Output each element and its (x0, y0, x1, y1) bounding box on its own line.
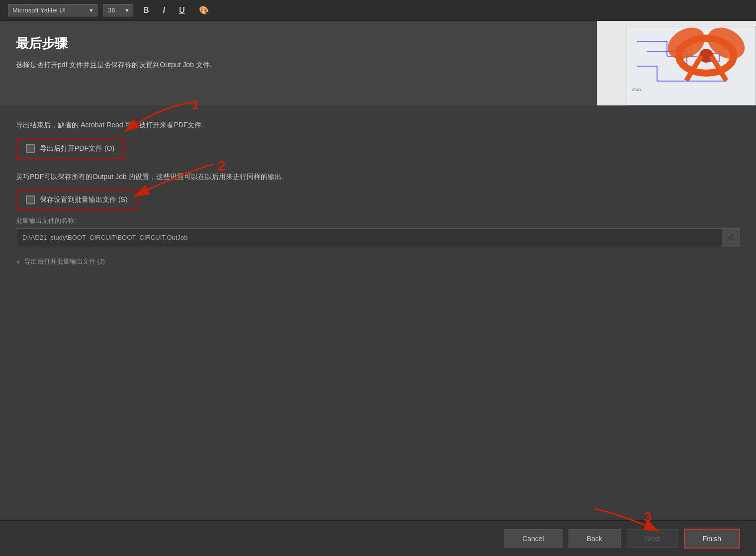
file-browse-button[interactable]: ⬛ (722, 229, 740, 247)
file-path-text: D:\AD21_study\BOOT_CIRCUIT\BOOT_CIRCUIT.… (16, 230, 722, 245)
browse-icon: ⬛ (727, 234, 735, 242)
ribbon-svg (657, 21, 756, 105)
open-pdf-label: 导出后打开PDF文件 (O) (40, 144, 114, 153)
section2-description: 灵巧PDF可以保存所有的Output Job 的设置，这些设置可以在以后用来进行… (16, 171, 740, 182)
underline-button[interactable]: U (175, 4, 189, 17)
save-settings-checkbox-group: 保存设置到批量输出文件 (S) (16, 189, 138, 210)
font-dropdown-icon: ▾ (90, 6, 93, 14)
open-outjob-label: 导出后打开批量输出文件 (J) (24, 257, 105, 266)
back-button[interactable]: Back (568, 529, 621, 548)
svg-point-17 (699, 49, 713, 63)
save-settings-label: 保存设置到批量输出文件 (S) (40, 195, 128, 204)
bottom-button-bar: Cancel Back Next Finish (0, 520, 756, 556)
font-name-selector[interactable]: Microsoft YaHei UI ▾ (8, 4, 97, 16)
size-dropdown-icon: ▾ (125, 6, 129, 14)
section1-description: 导出结束后，缺省的 Acrobat Read 可以被打开来看PDF文件. (16, 119, 740, 130)
bold-button[interactable]: B (139, 4, 153, 17)
main-content-area: 导出结束后，缺省的 Acrobat Read 可以被打开来看PDF文件. 导出后… (0, 105, 756, 280)
chevron-right-icon: ∨ (16, 258, 20, 265)
save-settings-checkbox[interactable] (26, 195, 35, 204)
file-path-row: D:\AD21_study\BOOT_CIRCUIT\BOOT_CIRCUIT.… (16, 228, 740, 247)
header-text-area: 最后步骤 选择是否打开pdf 文件并且是否保存你的设置到Output Job 文… (0, 21, 597, 105)
next-button: Next (627, 529, 678, 548)
cancel-button[interactable]: Cancel (504, 529, 563, 548)
wizard-header: 最后步骤 选择是否打开pdf 文件并且是否保存你的设置到Output Job 文… (0, 21, 756, 105)
file-name-label: 批量输出文件的名称: (16, 216, 740, 225)
italic-button[interactable]: I (159, 4, 169, 17)
font-name-label: Microsoft YaHei UI (12, 6, 66, 14)
font-size-selector[interactable]: 36 ▾ (103, 4, 133, 16)
open-pdf-checkbox-group: 导出后打开PDF文件 (O) (16, 138, 124, 159)
header-image: GND VCC GND (597, 21, 756, 105)
page-title: 最后步骤 (16, 35, 581, 52)
page-subtitle: 选择是否打开pdf 文件并且是否保存你的设置到Output Job 文件. (16, 59, 581, 70)
color-button[interactable]: 🎨 (195, 3, 213, 17)
top-toolbar: Microsoft YaHei UI ▾ 36 ▾ B I U 🎨 (0, 0, 756, 21)
open-pdf-checkbox[interactable] (26, 144, 35, 153)
open-outjob-row[interactable]: ∨ 导出后打开批量输出文件 (J) (16, 257, 740, 266)
font-size-label: 36 (108, 6, 115, 14)
finish-button[interactable]: Finish (684, 529, 740, 549)
svg-text:GND: GND (632, 88, 641, 92)
